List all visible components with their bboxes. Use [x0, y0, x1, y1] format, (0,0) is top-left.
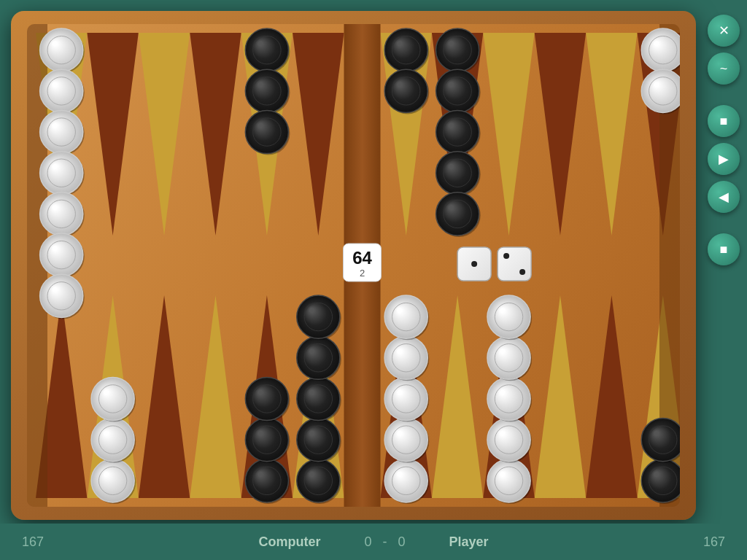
status-center: Computer 0 - 0 Player [258, 534, 488, 550]
side-buttons-panel: ✕ ~ ■ ▶ ◀ ■ [708, 15, 740, 265]
board-container [11, 11, 696, 520]
close-button[interactable]: ✕ [708, 15, 740, 47]
board-wrapper [27, 24, 680, 507]
stop-button[interactable]: ■ [708, 105, 740, 137]
right-score: 167 [703, 534, 725, 550]
game-board[interactable] [27, 24, 680, 507]
computer-score: 0 [364, 534, 371, 550]
back-button[interactable]: ◀ [708, 181, 740, 213]
play-button[interactable]: ▶ [708, 143, 740, 175]
end-button[interactable]: ■ [708, 233, 740, 265]
score-separator: - [382, 534, 387, 550]
computer-label: Computer [258, 534, 320, 550]
player-score: 0 [398, 534, 405, 550]
score-display: 0 - 0 [364, 534, 405, 550]
player-label: Player [449, 534, 488, 550]
left-score: 167 [22, 534, 44, 550]
undo-button[interactable]: ~ [708, 52, 740, 85]
status-bar: 167 Computer 0 - 0 Player 167 [0, 524, 747, 560]
